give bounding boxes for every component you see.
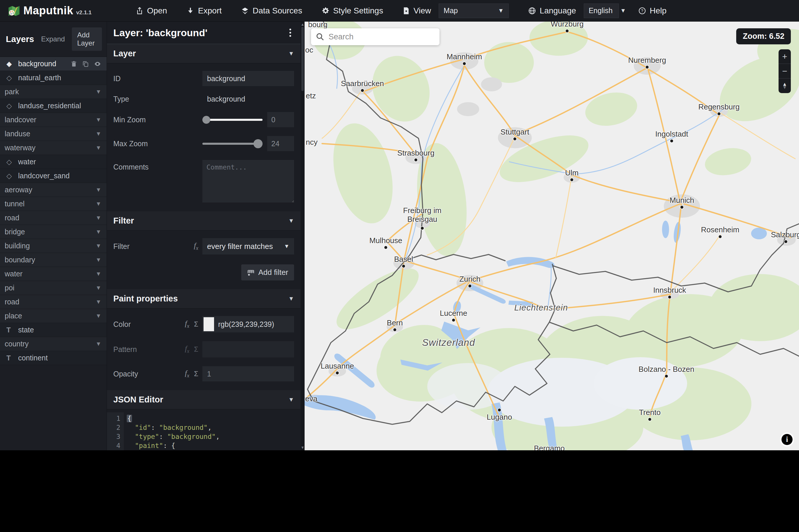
add-layer-button[interactable]: Add Layer <box>72 27 102 51</box>
pitch-toggle-button[interactable]: ▲▼ <box>779 78 791 93</box>
chevron-down-icon: ▼ <box>95 130 101 137</box>
max-zoom-value[interactable]: 24 <box>267 136 294 151</box>
map-search-box[interactable] <box>311 28 440 45</box>
view-menu: View Map ▼ <box>403 3 509 18</box>
style-settings-button[interactable]: Style Settings <box>321 6 383 16</box>
filter-combinator-value: every filter matches <box>207 242 273 251</box>
line-number: 2 <box>110 423 120 432</box>
zoom-out-button[interactable]: − <box>779 64 791 78</box>
maputnik-logo-icon <box>7 4 20 17</box>
layer-item-waterway[interactable]: waterway▼ <box>0 141 107 155</box>
layer-item-label: building <box>5 242 30 250</box>
layer-item-label: water <box>5 270 22 278</box>
scrollbar-thumb[interactable] <box>301 27 304 91</box>
section-header-layer[interactable]: Layer ▼ <box>107 44 300 63</box>
code-line: "id": "background", <box>127 423 300 432</box>
layer-item-building[interactable]: building▼ <box>0 239 107 253</box>
layer-item-park[interactable]: park▼ <box>0 85 107 99</box>
color-input[interactable]: rgb(239,239,239) <box>202 316 294 332</box>
chevron-down-icon: ▼ <box>95 256 101 263</box>
filter-combinator-select[interactable]: every filter matches ▼ <box>202 238 294 254</box>
section-layer-heading: Layer <box>113 49 136 58</box>
id-input[interactable]: background <box>202 71 294 86</box>
toggle-visibility-button[interactable] <box>94 60 101 68</box>
section-header-filter[interactable]: Filter ▼ <box>107 211 300 230</box>
layer-item-label: poi <box>5 284 14 292</box>
search-input[interactable] <box>329 32 435 41</box>
function-icon[interactable]: fx <box>194 241 198 251</box>
opacity-input[interactable]: 1 <box>202 366 294 381</box>
sigma-icon[interactable]: Σ <box>194 345 198 354</box>
data-sources-button[interactable]: Data Sources <box>241 6 302 16</box>
layer-item-continent[interactable]: Tcontinent <box>0 351 107 365</box>
layer-item-label: background <box>18 59 56 68</box>
layer-item-bridge[interactable]: bridge▼ <box>0 225 107 239</box>
json-editor[interactable]: 1234567 { "id": "background", "type": "b… <box>107 410 300 450</box>
layer-item-landuse_residential[interactable]: ◇landuse_residential <box>0 99 107 113</box>
sigma-icon[interactable]: Σ <box>194 320 198 328</box>
function-icon[interactable]: fx <box>185 344 189 354</box>
layer-item-natural_earth[interactable]: ◇natural_earth <box>0 71 107 85</box>
globe-icon <box>528 7 536 15</box>
layer-item-poi[interactable]: poi▼ <box>0 281 107 295</box>
layer-item-road[interactable]: road▼ <box>0 211 107 225</box>
color-swatch[interactable] <box>204 317 214 331</box>
layer-item-landuse[interactable]: landuse▼ <box>0 127 107 141</box>
layer-item-tunnel[interactable]: tunnel▼ <box>0 197 107 211</box>
code-line: { <box>127 414 300 423</box>
view-select[interactable]: Map ▼ <box>439 3 509 18</box>
language-select[interactable]: English ▼ <box>584 3 619 18</box>
layer-item-background[interactable]: ◆background <box>0 57 107 71</box>
filter-label: Filter <box>113 242 194 251</box>
pattern-input[interactable] <box>202 341 294 358</box>
zoom-in-button[interactable]: + <box>779 49 791 64</box>
chevron-down-icon: ▼ <box>284 243 290 249</box>
delete-layer-button[interactable] <box>70 60 77 68</box>
section-header-json[interactable]: JSON Editor ▼ <box>107 390 300 410</box>
layer-item-landcover_sand[interactable]: ◇landcover_sand <box>0 169 107 183</box>
function-icon[interactable]: fx <box>185 369 189 379</box>
open-button[interactable]: Open <box>135 6 167 16</box>
scroll-up-icon[interactable]: ▲ <box>301 22 304 26</box>
help-button[interactable]: ? Help <box>638 6 667 16</box>
app-window: Maputnik v2.1.1 Open Export <box>0 0 799 450</box>
layer-item-place[interactable]: place▼ <box>0 309 107 323</box>
color-label: Color <box>113 320 185 328</box>
layer-row-actions <box>70 60 101 68</box>
layer-item-aeroway[interactable]: aeroway▼ <box>0 183 107 197</box>
layer-item-country[interactable]: country▼ <box>0 337 107 351</box>
min-zoom-label: Min Zoom <box>113 116 202 124</box>
editor-scrollbar[interactable]: ▲ ▼ <box>300 22 304 450</box>
export-button[interactable]: Export <box>186 6 222 16</box>
layer-item-label: road <box>5 214 19 222</box>
attribution-info-button[interactable]: i <box>781 434 793 445</box>
sigma-icon[interactable]: Σ <box>194 370 198 378</box>
add-filter-button[interactable]: Add filter <box>241 264 294 281</box>
layer-item-water[interactable]: water▼ <box>0 267 107 281</box>
scroll-down-icon[interactable]: ▼ <box>301 445 304 450</box>
min-zoom-slider[interactable] <box>202 112 262 127</box>
section-header-paint[interactable]: Paint properties ▼ <box>107 289 300 308</box>
layer-item-water[interactable]: ◇water <box>0 155 107 169</box>
layer-list: ◆background◇natural_earthpark▼◇landuse_r… <box>0 57 107 450</box>
layer-item-state[interactable]: Tstate <box>0 323 107 337</box>
code-line: "paint": { <box>127 441 300 450</box>
min-zoom-value[interactable]: 0 <box>267 112 294 127</box>
expand-button[interactable]: Expand <box>38 32 68 46</box>
max-zoom-slider[interactable] <box>202 136 262 151</box>
layer-item-boundary[interactable]: boundary▼ <box>0 253 107 267</box>
layers-panel-header: Layers Expand Add Layer <box>0 22 107 57</box>
max-zoom-label: Max Zoom <box>113 139 202 148</box>
comments-textarea[interactable] <box>202 160 294 203</box>
json-editor-code[interactable]: { "id": "background", "type": "backgroun… <box>124 412 300 450</box>
layer-actions-menu-button[interactable] <box>286 27 294 39</box>
map-canvas[interactable]: bourgocWürzburgMannheimNurembergSaarbrüc… <box>304 22 799 450</box>
function-icon[interactable]: fx <box>185 319 189 329</box>
layer-item-road[interactable]: road▼ <box>0 295 107 309</box>
topbar-menu: Open Export Data Sources <box>135 3 667 18</box>
map-geometry <box>304 22 799 450</box>
duplicate-layer-button[interactable] <box>82 60 89 68</box>
open-icon <box>135 7 144 15</box>
layer-item-landcover[interactable]: landcover▼ <box>0 113 107 127</box>
opacity-label: Opacity <box>113 370 185 378</box>
